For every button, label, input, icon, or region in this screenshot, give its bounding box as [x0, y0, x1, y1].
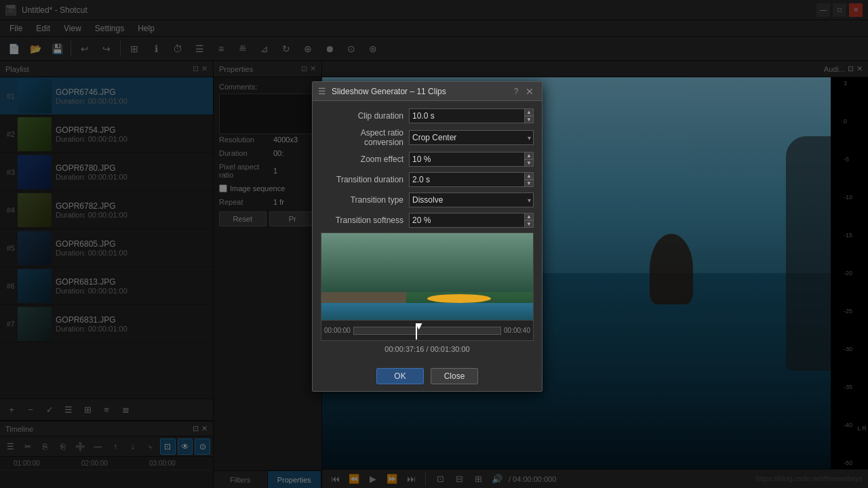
clip-duration-label: Clip duration [321, 111, 409, 121]
slideshow-generator-dialog: ☰ Slideshow Generator – 11 Clips ? ✕ Cli… [312, 81, 542, 392]
aspect-ratio-row: Aspect ratio conversion Crop Center Lett… [321, 128, 534, 147]
transition-type-select-wrapper: Dissolve Cut Wipe Iris ▾ [409, 192, 534, 207]
zoom-effect-input[interactable] [409, 152, 524, 167]
transition-duration-row: Transition duration ▲ ▼ [321, 171, 534, 188]
transition-duration-label: Transition duration [321, 175, 409, 184]
zoom-up[interactable]: ▲ [524, 152, 534, 159]
transition-type-row: Transition type Dissolve Cut Wipe Iris ▾ [321, 192, 534, 208]
tl-start-time: 00:00:00 [324, 327, 351, 334]
aspect-ratio-label: Aspect ratio conversion [321, 128, 409, 147]
modal-preview-timeline: 00:00:00 00:00:40 [321, 320, 533, 340]
modal-close-button[interactable]: ✕ [523, 85, 536, 98]
transition-duration-spinner: ▲ ▼ [409, 172, 534, 187]
transition-softness-input[interactable] [409, 213, 524, 228]
aspect-ratio-select-wrapper: Crop Center Letterbox Pan None ▾ [409, 130, 534, 145]
kayak-shape [427, 294, 491, 303]
softness-up[interactable]: ▲ [524, 213, 534, 220]
clip-duration-spinbtns: ▲ ▼ [524, 108, 534, 123]
softness-down[interactable]: ▼ [524, 220, 534, 228]
modal-timecode: 00:00:37:16 / 00:01:30:00 [321, 345, 534, 353]
trans-dur-up[interactable]: ▲ [524, 172, 534, 180]
modal-preview: 00:00:00 00:00:40 [321, 232, 534, 341]
transition-duration-spinbtns: ▲ ▼ [524, 172, 534, 187]
transition-softness-spinner: ▲ ▼ [409, 213, 534, 228]
modal-icon: ☰ [318, 86, 326, 96]
clip-duration-row: Clip duration ▲ ▼ [321, 108, 534, 124]
tl-end-time: 00:00:40 [504, 327, 530, 334]
modal-titlebar: ☰ Slideshow Generator – 11 Clips ? ✕ [313, 82, 542, 101]
modal-help-button[interactable]: ? [509, 85, 523, 98]
zoom-effect-row: Zoom effect ▲ ▼ [321, 151, 534, 167]
trans-dur-down[interactable]: ▼ [524, 180, 534, 187]
transition-softness-spinbtns: ▲ ▼ [524, 213, 534, 228]
zoom-effect-spinbtns: ▲ ▼ [524, 152, 534, 167]
tl-progress-bar[interactable] [353, 327, 501, 335]
clip-duration-down[interactable]: ▼ [524, 116, 534, 123]
zoom-effect-label: Zoom effect [321, 155, 409, 164]
sky-shape [321, 233, 533, 292]
modal-title: Slideshow Generator – 11 Clips [332, 87, 509, 96]
modal-overlay: ☰ Slideshow Generator – 11 Clips ? ✕ Cli… [0, 0, 868, 488]
transition-softness-row: Transition softness ▲ ▼ [321, 212, 534, 228]
transition-softness-label: Transition softness [321, 216, 409, 225]
transition-type-select[interactable]: Dissolve Cut Wipe Iris [409, 192, 534, 207]
transition-type-label: Transition type [321, 195, 409, 205]
aspect-ratio-select[interactable]: Crop Center Letterbox Pan None [409, 130, 534, 145]
transition-duration-input[interactable] [409, 172, 524, 187]
clip-duration-spinner: ▲ ▼ [409, 108, 534, 123]
clip-duration-up[interactable]: ▲ [524, 108, 534, 116]
modal-footer: OK Close [313, 363, 542, 391]
ok-button[interactable]: OK [376, 368, 424, 384]
modal-body: Clip duration ▲ ▼ Aspect ratio conversio… [313, 101, 542, 363]
close-dialog-button[interactable]: Close [431, 368, 478, 384]
zoom-down[interactable]: ▼ [524, 159, 534, 167]
clip-duration-input[interactable] [409, 108, 524, 123]
zoom-effect-spinner: ▲ ▼ [409, 152, 534, 167]
tl-playhead [416, 323, 417, 340]
